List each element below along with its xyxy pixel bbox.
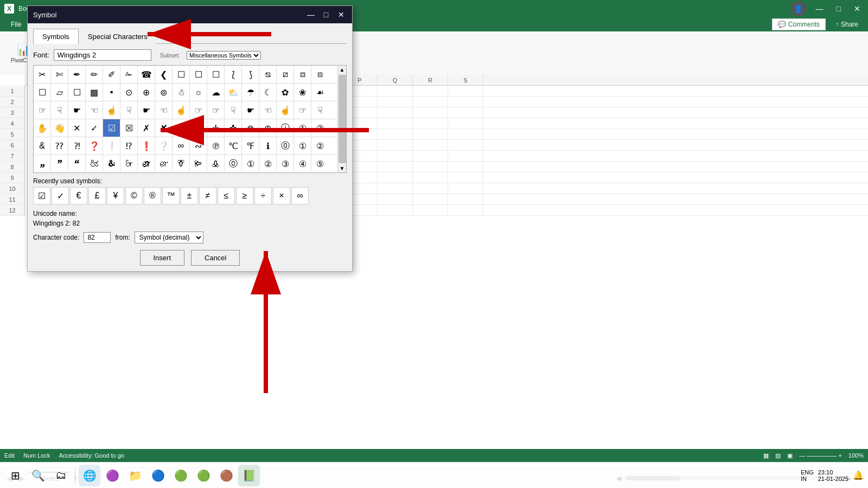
symbol-cell[interactable]: ✏ — [86, 66, 103, 83]
symbol-cell[interactable]: ☞ — [207, 101, 225, 119]
symbol-cell[interactable]: ☞ — [190, 101, 207, 119]
symbol-cell[interactable]: ☃ — [173, 84, 190, 101]
view-normal-icon[interactable]: ▦ — [763, 452, 769, 459]
symbol-cell[interactable]: ✕ — [68, 119, 86, 137]
symbol-cell[interactable]: ☝ — [277, 101, 294, 119]
dialog-close-button[interactable]: ✕ — [336, 9, 347, 20]
symbol-cell[interactable]: ⟆ — [242, 66, 259, 83]
recent-symbol[interactable]: ≤ — [218, 187, 235, 204]
symbol-cell[interactable]: 🙲 — [120, 155, 138, 172]
symbol-cell[interactable]: ✓ — [86, 119, 103, 137]
scroll-thumb[interactable] — [339, 75, 346, 163]
taskbar-notification[interactable]: 🔔 — [853, 470, 864, 480]
symbol-cell[interactable]: ☁ — [207, 84, 225, 101]
recent-symbol[interactable]: ☑ — [33, 187, 50, 204]
symbol-cell[interactable]: ✙ — [173, 119, 190, 137]
zoom-slider[interactable]: — ————— + — [799, 452, 842, 459]
recent-symbol[interactable]: © — [125, 187, 143, 204]
symbol-cell[interactable]: ⓪ — [225, 155, 242, 172]
symbol-cell[interactable]: 🙴 — [103, 155, 120, 172]
minimize-button[interactable]: — — [813, 3, 827, 14]
symbol-cell[interactable]: ⑤ — [311, 155, 329, 172]
symbol-cell[interactable]: ⊗ — [242, 119, 259, 137]
recent-symbol[interactable]: ± — [181, 187, 198, 204]
symbol-cell[interactable]: ⊚ — [155, 84, 173, 101]
symbol-cell[interactable]: ☟ — [51, 101, 68, 119]
maximize-button[interactable]: □ — [833, 3, 844, 14]
char-code-input[interactable] — [84, 232, 111, 243]
symbol-cell[interactable]: ⓪ — [277, 137, 294, 155]
symbol-cell[interactable]: 🙵 — [86, 155, 103, 172]
recent-symbol[interactable]: £ — [88, 187, 106, 204]
taskbar-app1[interactable]: 🟤 — [215, 465, 237, 486]
recent-symbol[interactable]: ® — [144, 187, 161, 204]
symbol-cell[interactable]: ✋ — [34, 119, 51, 137]
symbol-cell[interactable]: ℃ — [225, 137, 242, 155]
symbol-cell[interactable]: ☛ — [138, 101, 155, 119]
recent-symbol[interactable]: ✓ — [52, 187, 69, 204]
recent-symbol[interactable]: × — [273, 187, 290, 204]
taskbar-taskview[interactable]: 🗂 — [50, 465, 72, 486]
recent-symbol[interactable]: ÷ — [254, 187, 272, 204]
symbol-cell[interactable]: ❕ — [103, 137, 120, 155]
symbol-cell[interactable]: ① — [294, 137, 311, 155]
symbol-cell[interactable]: ☂ — [242, 84, 259, 101]
symbol-cell[interactable]: ☐ — [173, 66, 190, 83]
symbol-cell[interactable]: ⛅ — [225, 84, 242, 101]
from-select[interactable]: Symbol (decimal) Symbol (hex) Unicode (d… — [135, 232, 203, 243]
symbol-cell[interactable]: 🙭 — [207, 155, 225, 172]
symbol-cell-selected[interactable]: ☑ — [103, 119, 120, 137]
recent-symbol[interactable]: ≠ — [199, 187, 216, 204]
view-page-icon[interactable]: ▣ — [787, 452, 793, 459]
symbol-cell[interactable]: ✗ — [138, 119, 155, 137]
recent-symbol[interactable]: ≥ — [236, 187, 253, 204]
symbol-cell[interactable]: ☙ — [311, 84, 329, 101]
symbol-cell[interactable]: ☛ — [68, 101, 86, 119]
symbol-cell[interactable]: ☝ — [173, 101, 190, 119]
taskbar-search[interactable]: 🔍 — [27, 465, 49, 486]
symbol-cell[interactable]: ⧅ — [259, 66, 277, 83]
symbol-cell[interactable]: ⊕ — [259, 119, 277, 137]
symbol-cell[interactable]: ☝ — [103, 101, 120, 119]
symbol-cell[interactable]: ⁇ — [51, 137, 68, 155]
tab-symbols[interactable]: Symbols — [33, 29, 79, 44]
symbol-cell[interactable]: 🙶 — [68, 155, 86, 172]
taskbar-files[interactable]: 📁 — [124, 465, 146, 486]
symbol-cell[interactable]: ▩ — [86, 84, 103, 101]
symbol-cell[interactable]: 🙯 — [173, 155, 190, 172]
symbol-cell[interactable]: ☜ — [86, 101, 103, 119]
symbol-cell[interactable]: ⁉ — [120, 137, 138, 155]
recent-symbol[interactable]: ∞ — [291, 187, 309, 204]
symbol-cell[interactable]: ✒ — [68, 66, 86, 83]
recent-symbol[interactable]: ¥ — [107, 187, 124, 204]
symbol-cell[interactable]: ✚ — [190, 119, 207, 137]
symbol-cell[interactable]: ② — [311, 119, 329, 137]
symbol-cell[interactable]: ∾ — [190, 137, 207, 155]
symbol-cell[interactable]: ① — [242, 155, 259, 172]
symbol-cell[interactable]: ∞ — [173, 137, 190, 155]
symbol-cell[interactable]: ⧇ — [311, 66, 329, 83]
insert-button[interactable]: Insert — [140, 250, 185, 266]
symbol-cell[interactable]: ☟ — [311, 101, 329, 119]
symbol-cell[interactable]: ☐ — [68, 84, 86, 101]
symbol-cell[interactable]: ☞ — [34, 101, 51, 119]
taskbar-browser2[interactable]: 🟢 — [170, 465, 192, 486]
symbol-cell[interactable]: ❓ — [86, 137, 103, 155]
symbol-cell[interactable]: ✛ — [207, 119, 225, 137]
symbol-cell[interactable]: ☐ — [34, 84, 51, 101]
view-layout-icon[interactable]: ▤ — [775, 452, 781, 459]
symbol-cell[interactable]: ③ — [277, 155, 294, 172]
symbol-cell[interactable]: ❔ — [155, 137, 173, 155]
symbol-cell[interactable]: 🙷 — [51, 155, 68, 172]
tab-file[interactable]: File — [4, 17, 28, 31]
symbol-cell[interactable]: ② — [259, 155, 277, 172]
symbol-cell[interactable]: 🙱 — [138, 155, 155, 172]
taskbar-spotify[interactable]: 🟢 — [193, 465, 214, 486]
symbol-cell[interactable]: 🙸 — [34, 155, 51, 172]
share-button[interactable]: ↑Share — [830, 19, 864, 30]
taskbar-chrome[interactable]: 🔵 — [147, 465, 169, 486]
symbol-cell[interactable]: 👋 — [51, 119, 68, 137]
symbol-cell[interactable]: ⧄ — [277, 66, 294, 83]
symbol-cell[interactable]: ☐ — [207, 66, 225, 83]
cancel-button[interactable]: Cancel — [191, 250, 240, 266]
